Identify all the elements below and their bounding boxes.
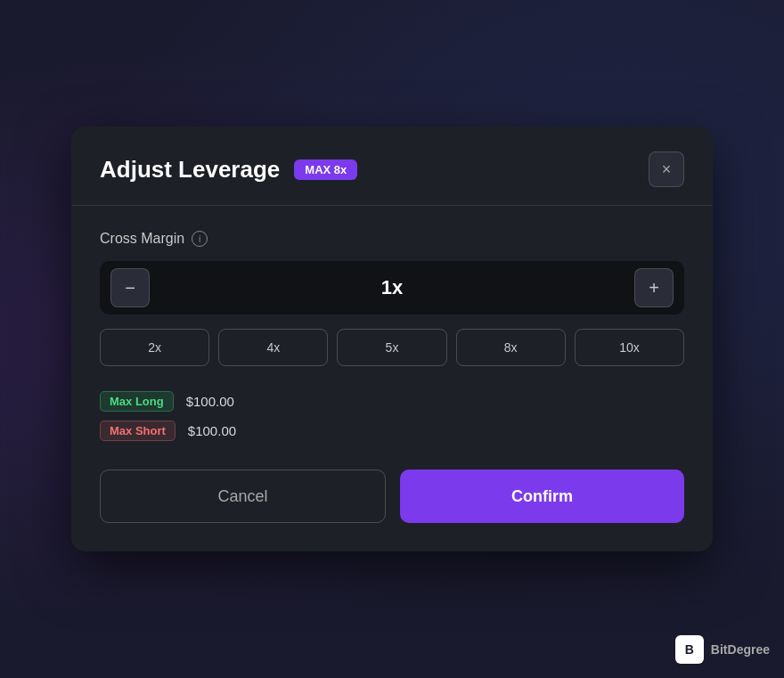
increment-button[interactable]: + — [634, 268, 674, 307]
adjust-leverage-modal: Adjust Leverage MAX 8x × Cross Margin i … — [71, 127, 713, 551]
decrement-button[interactable]: − — [110, 268, 150, 307]
section-label-text: Cross Margin — [100, 231, 184, 247]
max-long-label: Max Long — [100, 391, 174, 412]
modal-title: Adjust Leverage — [100, 156, 280, 184]
action-row: Cancel Confirm — [100, 470, 684, 523]
max-short-value: $100.00 — [188, 423, 236, 438]
max-long-value: $100.00 — [186, 394, 234, 409]
preset-2x[interactable]: 2x — [100, 329, 209, 366]
max-badge: MAX 8x — [294, 159, 357, 180]
leverage-value: 1x — [157, 276, 627, 299]
preset-5x[interactable]: 5x — [337, 329, 446, 366]
preset-4x[interactable]: 4x — [218, 329, 328, 366]
bd-logo: B — [675, 635, 704, 664]
brand-name: BitDegree — [711, 642, 770, 657]
bitdegree-watermark: B BitDegree — [675, 635, 770, 664]
section-label: Cross Margin i — [100, 231, 684, 247]
preset-8x[interactable]: 8x — [456, 329, 566, 366]
increment-icon: + — [649, 278, 659, 298]
max-short-label: Max Short — [100, 421, 176, 441]
margin-info: Max Long $100.00 Max Short $100.00 — [100, 391, 684, 441]
decrement-icon: − — [125, 278, 135, 298]
title-group: Adjust Leverage MAX 8x — [100, 156, 357, 184]
preset-row: 2x 4x 5x 8x 10x — [100, 329, 684, 366]
confirm-button[interactable]: Confirm — [400, 470, 684, 523]
preset-10x[interactable]: 10x — [575, 329, 684, 366]
max-short-row: Max Short $100.00 — [100, 421, 684, 441]
leverage-input-row: − 1x + — [100, 261, 684, 314]
modal-header: Adjust Leverage MAX 8x × — [71, 127, 713, 206]
close-icon: × — [662, 160, 672, 179]
cancel-button[interactable]: Cancel — [100, 470, 386, 523]
info-icon[interactable]: i — [192, 231, 208, 247]
modal-body: Cross Margin i − 1x + 2x 4x 5x — [71, 206, 713, 551]
max-long-row: Max Long $100.00 — [100, 391, 684, 412]
close-button[interactable]: × — [649, 151, 684, 187]
